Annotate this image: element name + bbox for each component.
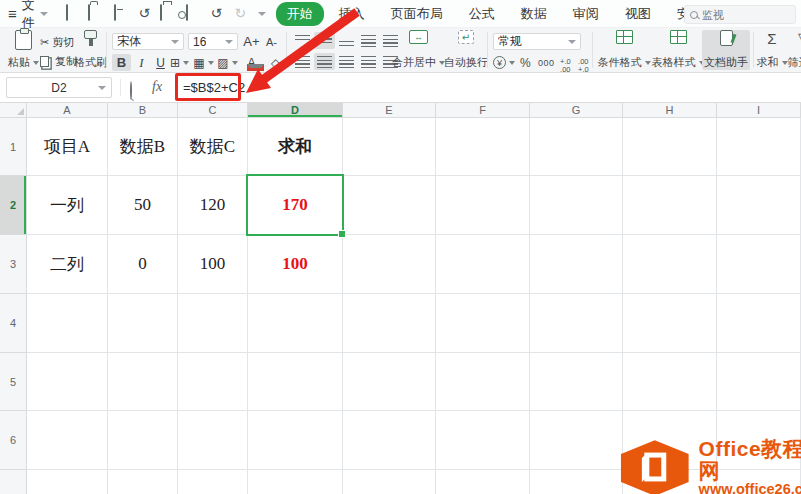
column-header-i[interactable]: I	[717, 103, 801, 118]
cell-b6[interactable]	[108, 411, 178, 470]
tab-page-layout[interactable]: 页面布局	[380, 2, 454, 26]
cell-d1[interactable]: 求和	[248, 118, 343, 176]
cell-d4[interactable]	[248, 294, 343, 353]
cell-e7[interactable]	[343, 470, 436, 494]
undo-button[interactable]: ↺	[208, 5, 225, 22]
row-header-5[interactable]: 5	[0, 353, 27, 411]
format-painter-button[interactable]: 格式刷	[74, 30, 107, 70]
clear-format-button[interactable]: ◇	[266, 54, 285, 71]
font-color-button[interactable]: A	[242, 54, 261, 71]
cell-d3[interactable]: 100	[248, 235, 343, 294]
cut-button[interactable]: ✂ 剪切	[40, 35, 74, 50]
row-header-1[interactable]: 1	[0, 118, 27, 176]
align-bottom-button[interactable]	[336, 32, 357, 49]
cell-a5[interactable]	[27, 353, 108, 411]
underline-button[interactable]: U	[151, 54, 170, 71]
copy-button[interactable]: 复制	[40, 54, 77, 69]
tab-view[interactable]: 视图	[614, 2, 662, 26]
row-header-3[interactable]: 3	[0, 235, 27, 294]
command-search[interactable]	[684, 5, 796, 24]
cell-g6[interactable]	[530, 411, 623, 470]
cell-e1[interactable]	[343, 118, 436, 176]
cell-i1[interactable]	[717, 118, 801, 176]
cell-a2[interactable]: 一列	[27, 176, 108, 235]
cell-f7[interactable]	[436, 470, 530, 494]
tab-review[interactable]: 审阅	[562, 2, 610, 26]
cell-a7[interactable]	[27, 470, 108, 494]
cell-f2[interactable]	[436, 176, 530, 235]
bold-button[interactable]: B	[112, 54, 131, 71]
file-menu[interactable]: 文件	[22, 0, 48, 32]
open-button[interactable]	[88, 5, 105, 22]
cell-b3[interactable]: 0	[108, 235, 178, 294]
cell-b2[interactable]: 50	[108, 176, 178, 235]
cell-c2[interactable]: 120	[178, 176, 248, 235]
row-header-2[interactable]: 2	[0, 176, 27, 235]
tab-special-features[interactable]: 特色应用	[796, 2, 801, 26]
fill-color-button[interactable]: ▨	[218, 54, 237, 71]
merge-center-button[interactable]: ↔ 合并居中	[392, 30, 445, 70]
cell-b5[interactable]	[108, 353, 178, 411]
new-file-button[interactable]	[64, 5, 81, 22]
cell-i2[interactable]	[717, 176, 801, 235]
tab-home[interactable]: 开始	[276, 2, 324, 26]
doc-assistant-button[interactable]: 文档助手	[702, 30, 750, 70]
cell-f1[interactable]	[436, 118, 530, 176]
column-header-d[interactable]: D	[248, 103, 343, 118]
hamburger-icon[interactable]: ≡	[8, 5, 17, 22]
decrease-font-button[interactable]: A-	[262, 33, 281, 50]
column-header-h[interactable]: H	[623, 103, 717, 118]
cell-c1[interactable]: 数据C	[178, 118, 248, 176]
cell-g3[interactable]	[530, 235, 623, 294]
borders-button[interactable]: ⊞	[170, 54, 189, 71]
increase-decimal-button[interactable]: +.0 .00	[560, 58, 571, 74]
cell-b1[interactable]: 数据B	[108, 118, 178, 176]
cell-i3[interactable]	[717, 235, 801, 294]
align-top-button[interactable]	[292, 32, 313, 49]
filter-button[interactable]: ▽ 筛选	[789, 30, 801, 70]
cell-c5[interactable]	[178, 353, 248, 411]
paste-button[interactable]: 粘贴	[8, 30, 39, 70]
cell-b7[interactable]	[108, 470, 178, 494]
insert-function-button[interactable]: fx	[152, 79, 162, 95]
increase-font-button[interactable]: A+	[242, 33, 261, 50]
export-button[interactable]: ↺	[136, 5, 153, 22]
zoom-formula-button[interactable]	[130, 82, 132, 100]
select-all-corner[interactable]	[0, 103, 27, 118]
name-box[interactable]: D2	[6, 77, 112, 98]
font-name-select[interactable]: 宋体	[112, 33, 184, 50]
font-size-select[interactable]: 16	[188, 33, 238, 50]
align-middle-button[interactable]	[314, 32, 335, 49]
cell-e6[interactable]	[343, 411, 436, 470]
tab-insert[interactable]: 插入	[328, 2, 376, 26]
cell-f5[interactable]	[436, 353, 530, 411]
redo-button[interactable]: ↻	[232, 5, 249, 22]
customize-toolbar-icon[interactable]	[258, 12, 266, 16]
conditional-format-button[interactable]: 条件格式	[598, 30, 650, 70]
cell-shading-button[interactable]: ▦	[194, 54, 213, 71]
cell-h2[interactable]	[623, 176, 717, 235]
percent-format-button[interactable]: %	[520, 54, 531, 71]
cell-g1[interactable]	[530, 118, 623, 176]
cell-c6[interactable]	[178, 411, 248, 470]
cell-e4[interactable]	[343, 294, 436, 353]
decrease-decimal-button[interactable]: .00 +.0	[578, 58, 589, 74]
cell-i6[interactable]	[717, 411, 801, 470]
cell-e5[interactable]	[343, 353, 436, 411]
save-button[interactable]	[112, 5, 129, 22]
cell-g5[interactable]	[530, 353, 623, 411]
cell-h7[interactable]	[623, 470, 717, 494]
cell-a3[interactable]: 二列	[27, 235, 108, 294]
tab-formulas[interactable]: 公式	[458, 2, 506, 26]
formula-input[interactable]: =$B$2+C2	[183, 80, 245, 95]
number-format-select[interactable]: 常规	[493, 33, 581, 50]
cell-i5[interactable]	[717, 353, 801, 411]
autosum-button[interactable]: Σ 求和	[757, 30, 787, 70]
cell-c4[interactable]	[178, 294, 248, 353]
column-header-g[interactable]: G	[530, 103, 623, 118]
tab-data[interactable]: 数据	[510, 2, 558, 26]
cell-a4[interactable]	[27, 294, 108, 353]
thousands-format-button[interactable]: 000	[538, 54, 555, 71]
cell-d6[interactable]	[248, 411, 343, 470]
wrap-text-button[interactable]: ↵ 自动换行	[444, 30, 488, 70]
